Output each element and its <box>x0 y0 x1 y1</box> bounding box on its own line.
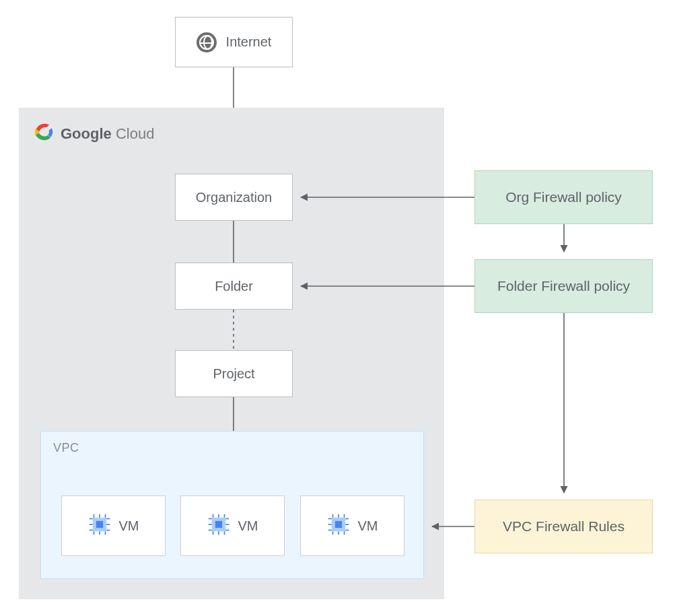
chip-icon <box>327 513 350 539</box>
vm-node: VM <box>300 495 404 556</box>
chip-icon <box>207 513 230 539</box>
vm-label: VM <box>358 518 378 534</box>
brand-light: Cloud <box>116 125 154 142</box>
folder-label: Folder <box>215 279 253 294</box>
org-firewall-policy-label: Org Firewall policy <box>505 189 622 205</box>
folder-node: Folder <box>175 263 293 310</box>
vpc-firewall-rules-node: VPC Firewall Rules <box>474 500 653 553</box>
chip-icon <box>88 513 111 539</box>
svg-rect-41 <box>334 520 341 527</box>
vm-node: VM <box>61 495 166 556</box>
vpc-title: VPC <box>53 441 79 455</box>
vm-node: VM <box>180 495 285 556</box>
folder-firewall-policy-label: Folder Firewall policy <box>497 278 630 294</box>
organization-node: Organization <box>175 174 293 221</box>
folder-firewall-policy-node: Folder Firewall policy <box>474 259 653 313</box>
vm-label: VM <box>238 518 258 534</box>
vpc-firewall-rules-label: VPC Firewall Rules <box>503 518 625 535</box>
vpc-panel: VPC VM <box>40 431 424 579</box>
project-node: Project <box>175 350 293 397</box>
vm-label: VM <box>119 518 139 534</box>
globe-icon <box>197 32 217 53</box>
google-cloud-title: Google Cloud <box>35 123 428 145</box>
google-cloud-logo-icon <box>35 123 54 145</box>
brand-bold: Google <box>61 125 112 142</box>
internet-label: Internet <box>226 34 272 50</box>
svg-rect-13 <box>96 520 102 527</box>
svg-rect-27 <box>215 520 221 527</box>
internet-node: Internet <box>175 17 293 67</box>
organization-label: Organization <box>196 190 272 205</box>
project-label: Project <box>213 366 254 382</box>
org-firewall-policy-node: Org Firewall policy <box>474 170 653 224</box>
